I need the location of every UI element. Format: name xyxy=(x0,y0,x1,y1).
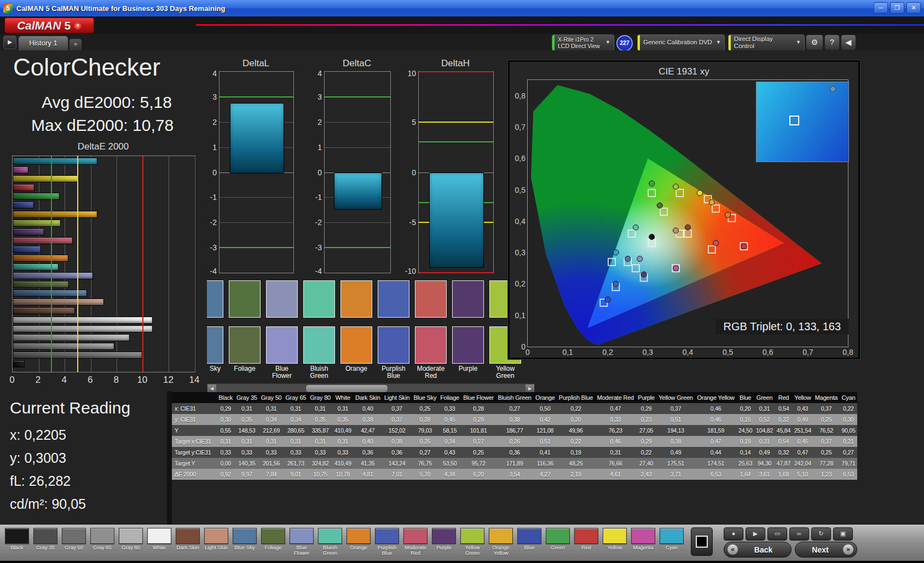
patch-button-blue-sky[interactable]: Blue Sky xyxy=(231,528,258,559)
logo-bar: CalMAN 5 ▼ xyxy=(0,16,924,34)
deltae-bar xyxy=(13,281,69,288)
reading-x: x: 0,2205 xyxy=(10,427,66,443)
patch-button-light-skin[interactable]: Light Skin xyxy=(203,528,230,559)
patch-swatch xyxy=(62,528,86,544)
patch-button-red[interactable]: Red xyxy=(573,528,600,559)
minimize-button[interactable]: ─ xyxy=(874,2,888,14)
swatch-column: Purplish Blue xyxy=(378,280,409,380)
deltae-bar xyxy=(13,360,25,367)
grid-icon[interactable]: ▣ xyxy=(833,527,853,541)
axis-tick-label: 0 xyxy=(9,375,14,386)
patch-button-magenta[interactable]: Magenta xyxy=(630,528,657,559)
gear-icon[interactable]: ⚙ xyxy=(806,35,823,50)
swatch-label: Moderate Red xyxy=(415,365,447,380)
maximize-button[interactable]: ❐ xyxy=(890,2,904,14)
patch-button-green[interactable]: Green xyxy=(544,528,571,559)
add-tab-button[interactable]: + xyxy=(69,38,82,51)
patch-button-gray-50[interactable]: Gray 50 xyxy=(60,528,88,559)
column-header: Foliage xyxy=(438,392,461,403)
patch-button-white[interactable]: White xyxy=(146,528,173,559)
frame-icon[interactable]: ▭ xyxy=(767,527,787,541)
table-cell: 53,50 xyxy=(438,458,461,469)
table-cell: 0,27 xyxy=(412,447,438,458)
patch-button-purple[interactable]: Purple xyxy=(430,528,458,559)
patch-swatch xyxy=(176,528,200,544)
table-cell: 0,31 xyxy=(308,436,333,447)
title-bar: 5 CalMAN 5 CalMAN Ultimate for Business … xyxy=(0,0,924,16)
patch-button-blue-flower[interactable]: Blue Flower xyxy=(288,528,315,559)
patch-button-cyan[interactable]: Cyan xyxy=(658,528,685,559)
patch-button-blue[interactable]: Blue xyxy=(516,528,543,559)
table-cell: 27,05 xyxy=(636,425,656,436)
axis-tick-label: 0,7 xyxy=(515,123,528,131)
record-icon[interactable]: ● xyxy=(724,527,743,541)
calman-logo-menu[interactable]: CalMAN 5 ▼ xyxy=(4,18,94,33)
meter-dropdown[interactable]: X-Rite i1Pro 2 LCD Direct View ▼ xyxy=(552,35,614,51)
table-cell: 0,22 xyxy=(557,403,595,414)
axis-tick-label: 0 xyxy=(412,168,419,177)
back-label: Back xyxy=(754,545,772,554)
reference-line xyxy=(419,122,493,123)
table-cell: 2,19 xyxy=(557,469,595,480)
next-button[interactable]: Next » xyxy=(795,542,857,558)
source-dropdown[interactable]: Generic Calibration DVD ▼ xyxy=(637,35,725,51)
cie-panel: CIE 1931 xy Dark SkinLight SkinBlue SkyF… xyxy=(508,60,860,359)
table-cell: 5,70 xyxy=(412,469,438,480)
patch-button-orange[interactable]: Orange xyxy=(345,528,372,559)
table-cell: 0,41 xyxy=(534,447,557,458)
close-button[interactable]: ✕ xyxy=(906,2,921,14)
meter-count-badge[interactable]: 227 xyxy=(616,35,633,51)
table-cell: 0,31 xyxy=(259,403,284,414)
patch-button-foliage[interactable]: Foliage xyxy=(259,528,287,559)
table-cell: 0,50 xyxy=(534,403,557,414)
axis-tick-label: 10 xyxy=(137,375,147,386)
table-cell: 0,28 xyxy=(412,414,438,425)
tab-scroll-button[interactable]: ▶ xyxy=(3,36,16,49)
delta-bar xyxy=(429,173,484,268)
scrollbar-thumb[interactable] xyxy=(305,384,388,393)
patch-button-purplish-blue[interactable]: Purplish Blue xyxy=(373,528,401,559)
table-cell: 212,69 xyxy=(259,425,284,436)
column-header: Gray 50 xyxy=(259,392,284,403)
patch-button-yellow-green[interactable]: Yellow Green xyxy=(459,528,486,559)
help-icon[interactable]: ? xyxy=(824,35,840,50)
back-button[interactable]: « Back xyxy=(724,542,792,558)
infinity-icon[interactable]: ∞ xyxy=(789,527,809,541)
table-cell: 121,08 xyxy=(534,425,557,436)
column-header: Bluish Green xyxy=(496,392,534,403)
gridline xyxy=(169,156,169,372)
table-cell: 0,37 xyxy=(382,414,412,425)
table-cell: 261,73 xyxy=(284,458,308,469)
play-icon[interactable]: ▶ xyxy=(746,527,765,541)
tab-history-1[interactable]: History 1 xyxy=(18,36,68,51)
swatch-pair xyxy=(303,280,335,364)
chevron-down-icon: ▼ xyxy=(74,22,82,30)
table-cell: 0,15 xyxy=(737,414,754,425)
table-cell: 4,81 xyxy=(353,469,382,480)
scroll-left-icon[interactable]: ◀ xyxy=(207,384,216,393)
patch-button-moderate-red[interactable]: Moderate Red xyxy=(402,528,429,559)
table-cell: 181,59 xyxy=(695,425,737,436)
patch-button-dark-skin[interactable]: Dark Skin xyxy=(174,528,201,559)
reference-line xyxy=(419,141,493,142)
display-control-dropdown[interactable]: Direct Display Control ▼ xyxy=(728,35,805,51)
measured-swatch xyxy=(207,326,223,364)
patch-button-black[interactable]: Black xyxy=(3,528,31,559)
table-cell: 1,23 xyxy=(813,469,840,480)
patch-button-gray-80[interactable]: Gray 80 xyxy=(117,528,145,559)
patch-button-gray-65[interactable]: Gray 65 xyxy=(89,528,116,559)
table-row: x: CIE310,290,310,310,310,310,310,400,37… xyxy=(172,403,857,414)
patch-button-gray-35[interactable]: Gray 35 xyxy=(32,528,59,559)
axis-tick-label: 0,5 xyxy=(515,186,528,194)
table-cell: 242,04 xyxy=(792,458,813,469)
patch-button-bluish-green[interactable]: Bluish Green xyxy=(316,528,344,559)
rgb-triplet: RGB Triplet: 0, 133, 163 xyxy=(715,319,848,335)
table-cell: 0,30 xyxy=(217,414,235,425)
scroll-right-icon[interactable]: ▶ xyxy=(525,384,534,393)
patch-button-yellow[interactable]: Yellow xyxy=(601,528,628,559)
collapse-panel-icon[interactable]: ◀ xyxy=(841,35,856,50)
pattern-window-button[interactable] xyxy=(691,527,713,556)
measured-swatch xyxy=(452,326,484,364)
refresh-icon[interactable]: ↻ xyxy=(811,527,831,541)
patch-button-orange-yellow[interactable]: Orange Yellow xyxy=(487,528,515,559)
